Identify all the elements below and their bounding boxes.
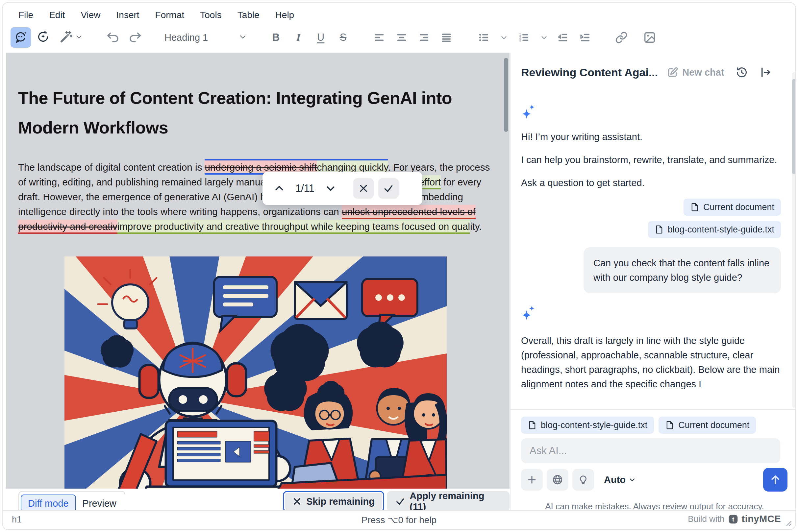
outdent-button[interactable]: [553, 27, 573, 48]
menu-item-tools[interactable]: Tools: [193, 8, 228, 22]
insert-image-button[interactable]: [639, 27, 660, 48]
chevron-down-icon: [239, 32, 247, 43]
ai-assistant-button[interactable]: [11, 27, 31, 48]
skip-remaining-button[interactable]: Skip remaining: [283, 491, 384, 512]
context-chip[interactable]: Current document: [658, 417, 756, 434]
strikethrough-button[interactable]: S: [333, 27, 353, 48]
editor-content-area[interactable]: The Future of Content Creation: Integrat…: [6, 53, 509, 489]
status-bar: h1 Press ⌥0 for help Build with t tinyMC…: [3, 510, 795, 529]
chat-scrollbar[interactable]: [792, 72, 796, 408]
chat-composer: blog-content-style-guide.txtCurrent docu…: [511, 410, 796, 516]
send-arrow-icon: [769, 474, 781, 486]
ai-greeting: Hi! I’m your writing assistant.I can hel…: [521, 130, 781, 190]
align-justify-button[interactable]: [436, 27, 457, 48]
collapse-panel-icon: [759, 66, 772, 79]
next-change-button[interactable]: [322, 179, 339, 197]
ai-sparkle-icon: [521, 305, 781, 322]
context-chip[interactable]: blog-content-style-guide.txt: [648, 221, 781, 238]
bullet-list-button[interactable]: [472, 27, 495, 48]
align-right-button[interactable]: [414, 27, 434, 48]
document-title[interactable]: The Future of Content Creation: Integrat…: [18, 83, 459, 142]
document-image[interactable]: [64, 256, 447, 489]
svg-text:3: 3: [519, 38, 521, 42]
collapse-panel-button[interactable]: [759, 66, 772, 79]
menu-item-view[interactable]: View: [74, 8, 107, 22]
new-chat-button[interactable]: New chat: [667, 67, 724, 78]
diff-mode-tab[interactable]: Diff mode: [21, 495, 76, 512]
bullet-list-options-button[interactable]: [497, 27, 511, 48]
document-icon: [665, 420, 674, 430]
menu-item-edit[interactable]: Edit: [42, 8, 71, 22]
numbered-list-options-button[interactable]: [537, 27, 551, 48]
chat-history-button[interactable]: [736, 66, 748, 79]
tinymce-brand-label: tinyMCE: [742, 514, 781, 525]
numbered-list-icon: 123: [518, 31, 530, 44]
redo-button[interactable]: [125, 27, 145, 48]
ai-greeting-line: Ask a question to get started.: [521, 175, 781, 190]
suggestions-button[interactable]: [572, 469, 594, 491]
editor-scrollbar-thumb[interactable]: [504, 58, 508, 132]
chevron-down-icon: [75, 33, 82, 42]
chevron-down-icon: [628, 476, 636, 484]
underline-button[interactable]: U: [311, 27, 331, 48]
new-chat-icon: [667, 67, 678, 78]
context-chip-label: Current document: [703, 202, 774, 212]
bold-button[interactable]: B: [266, 27, 286, 48]
align-center-button[interactable]: [391, 27, 412, 48]
previous-change-button[interactable]: [271, 179, 288, 197]
web-search-button[interactable]: [547, 469, 569, 491]
ai-greeting-line: I can help you brainstorm, rewrite, tran…: [521, 153, 781, 167]
menu-item-help[interactable]: Help: [269, 8, 301, 22]
branding[interactable]: Build with t tinyMCE: [688, 514, 781, 525]
undo-button[interactable]: [103, 27, 123, 48]
preview-tab[interactable]: Preview: [76, 495, 123, 512]
ai-shortcuts-button[interactable]: [55, 27, 87, 48]
composer-actions: Auto: [521, 468, 636, 492]
reject-change-button[interactable]: [353, 178, 374, 198]
menu-item-format[interactable]: Format: [149, 8, 191, 22]
accept-change-button[interactable]: [378, 178, 399, 198]
bold-icon: B: [272, 32, 280, 43]
close-icon: [358, 184, 368, 193]
history-icon: [736, 66, 748, 79]
block-format-select[interactable]: Heading 1: [161, 27, 250, 48]
indent-button[interactable]: [575, 27, 595, 48]
ask-ai-input[interactable]: [521, 438, 780, 463]
ai-chat-icon: [14, 30, 27, 45]
block-format-value: Heading 1: [165, 32, 208, 43]
ai-review-icon: [37, 30, 50, 45]
align-left-button[interactable]: [369, 27, 389, 48]
menu-item-insert[interactable]: Insert: [110, 8, 146, 22]
chevron-down-icon: [540, 34, 548, 41]
align-left-icon: [373, 31, 386, 44]
numbered-list-button[interactable]: 123: [513, 27, 536, 48]
link-button[interactable]: [611, 27, 632, 48]
menu-item-table[interactable]: Table: [231, 8, 266, 22]
chevron-down-icon: [500, 34, 507, 41]
underline-icon: U: [317, 32, 324, 43]
plus-icon: [526, 474, 537, 485]
skip-remaining-label: Skip remaining: [306, 496, 375, 507]
app-window: FileEditViewInsertFormatToolsTableHelp: [2, 2, 796, 530]
resize-grip-icon[interactable]: [783, 518, 792, 527]
model-mode-select[interactable]: Auto: [604, 474, 636, 485]
chat-scrollbar-thumb[interactable]: [792, 79, 796, 174]
chevron-down-icon: [325, 183, 336, 194]
send-button[interactable]: [763, 468, 787, 492]
help-shortcut-text: Press ⌥0 for help: [3, 515, 795, 526]
toolbar: Heading 1 B I U S: [11, 24, 660, 51]
diff-nav-widget: 1/11: [262, 172, 422, 205]
apply-remaining-button[interactable]: Apply remaining (11): [387, 491, 509, 512]
diff-insertion[interactable]: improve productivity and creative throug…: [117, 220, 470, 234]
context-chip[interactable]: Current document: [684, 198, 781, 216]
menu-item-file[interactable]: File: [12, 8, 40, 22]
editor-scrollbar[interactable]: [504, 55, 508, 486]
ai-review-button[interactable]: [33, 27, 53, 48]
italic-button[interactable]: I: [288, 27, 309, 48]
context-chip[interactable]: blog-content-style-guide.txt: [521, 417, 654, 434]
add-attachment-button[interactable]: [521, 469, 543, 491]
check-icon: [383, 183, 394, 194]
document-paragraph[interactable]: The landscape of digital content creatio…: [18, 160, 495, 234]
svg-text:t: t: [732, 516, 734, 522]
paragraph-text: ity.: [470, 221, 482, 232]
